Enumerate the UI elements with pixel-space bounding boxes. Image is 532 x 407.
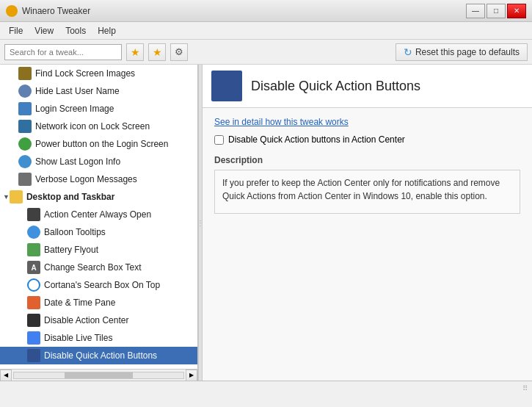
sidebar-item-label: Find Lock Screen Images <box>35 68 135 79</box>
description-text: If you prefer to keep the Action Center … <box>214 170 520 214</box>
sidebar-item-label: Date & Time Pane <box>44 298 115 308</box>
gear-icon: ⚙ <box>175 46 183 57</box>
reset-button[interactable]: ↻ Reset this page to defaults <box>396 43 528 61</box>
sidebar-item-action-center-open[interactable]: Action Center Always Open <box>0 206 197 223</box>
description-heading: Description <box>214 155 520 165</box>
tree-scroll[interactable]: Find Lock Screen ImagesHide Last User Na… <box>0 65 197 369</box>
see-detail-link[interactable]: See in detail how this tweak works <box>214 117 520 127</box>
scroll-left-button[interactable]: ◀ <box>0 370 12 381</box>
item-icon-balloon <box>27 226 40 239</box>
sidebar-item-label: Disable Quick Action Buttons <box>44 350 157 361</box>
sidebar-item-hide-last-user[interactable]: Hide Last User Name <box>0 82 197 100</box>
sidebar-item-label: Power button on the Login Screen <box>35 139 168 149</box>
scroll-track[interactable] <box>13 372 184 379</box>
settings-button[interactable]: ⚙ <box>170 43 188 61</box>
menu-file[interactable]: File <box>3 24 29 37</box>
item-icon-circle-blue <box>27 278 40 292</box>
sidebar-item-label: Balloon Tooltips <box>44 227 106 237</box>
item-icon-lock <box>18 67 32 80</box>
item-icon-power <box>18 137 32 151</box>
disable-quick-action-checkbox[interactable] <box>214 135 224 145</box>
item-icon-message <box>18 173 32 186</box>
sidebar-item-label: Desktop and Taskbar <box>26 192 114 202</box>
sidebar-item-label: Battery Flyout <box>44 245 98 255</box>
item-icon-text-a: A <box>27 261 40 274</box>
sidebar-item-disable-quick-action[interactable]: Disable Quick Action Buttons <box>0 347 197 364</box>
scroll-thumb[interactable] <box>65 372 132 378</box>
checkbox-row: Disable Quick Action buttons in Action C… <box>214 134 520 145</box>
item-icon-folder <box>10 190 23 204</box>
minimize-button[interactable]: — <box>466 4 485 18</box>
sidebar-item-login-screen-image[interactable]: Login Screen Image <box>0 100 197 118</box>
detail-content: See in detail how this tweak works Disab… <box>203 108 532 381</box>
horizontal-scrollbar[interactable]: ◀ ▶ <box>0 369 197 381</box>
app-icon <box>6 5 18 17</box>
menu-tools[interactable]: Tools <box>59 24 92 37</box>
sidebar-item-label: Disable Live Tiles <box>44 333 112 343</box>
item-icon-disable-btn <box>27 349 40 362</box>
sidebar-item-find-lock-screen[interactable]: Find Lock Screen Images <box>0 65 197 82</box>
item-icon-network <box>18 120 32 133</box>
window-controls: — □ ✕ <box>466 4 526 18</box>
sidebar-item-label: Hide Last User Name <box>35 86 120 96</box>
sidebar-item-power-button[interactable]: Power button on the Login Screen <box>0 135 197 153</box>
menu-help[interactable]: Help <box>92 24 122 37</box>
search-input[interactable] <box>4 44 122 60</box>
sidebar-item-network-icon[interactable]: Network icon on Lock Screen <box>0 118 197 135</box>
sidebar-item-label: Disable Action Center <box>44 315 128 325</box>
scroll-right-button[interactable]: ▶ <box>186 370 197 381</box>
sidebar-item-cortana-search[interactable]: Cortana's Search Box On Top <box>0 276 197 294</box>
sidebar: Find Lock Screen ImagesHide Last User Na… <box>0 65 198 381</box>
detail-icon <box>211 71 242 101</box>
sidebar-item-change-search-box[interactable]: AChange Search Box Text <box>0 259 197 276</box>
sidebar-item-label: Action Center Always Open <box>44 209 151 220</box>
sidebar-item-verbose-logon[interactable]: Verbose Logon Messages <box>0 170 197 188</box>
star-outline-icon: ★ <box>153 46 162 58</box>
close-button[interactable]: ✕ <box>507 4 526 18</box>
sidebar-item-battery-flyout[interactable]: Battery Flyout <box>0 241 197 259</box>
item-icon-battery <box>27 243 40 256</box>
detail-panel: Disable Quick Action Buttons See in deta… <box>203 65 532 381</box>
sidebar-item-label: Cortana's Search Box On Top <box>44 280 160 290</box>
star-filled-icon: ★ <box>131 46 140 58</box>
item-icon-tiles <box>27 331 40 345</box>
item-icon-action <box>27 208 40 221</box>
menu-view[interactable]: View <box>29 24 59 37</box>
status-bar: ⠿ <box>0 381 532 395</box>
item-icon-user <box>18 84 32 98</box>
item-icon-action-ctr <box>27 314 40 327</box>
sidebar-item-disable-action-center[interactable]: Disable Action Center <box>0 311 197 329</box>
item-icon-calendar <box>27 296 40 309</box>
maximize-button[interactable]: □ <box>487 4 506 18</box>
reset-icon: ↻ <box>404 46 412 58</box>
item-icon-info <box>18 155 32 168</box>
sidebar-item-desktop-taskbar[interactable]: ▼ Desktop and Taskbar <box>0 188 197 206</box>
sidebar-item-label: Show Last Logon Info <box>35 156 120 167</box>
resize-grip: ⠿ <box>522 384 528 392</box>
detail-title: Disable Quick Action Buttons <box>251 79 420 94</box>
star1-button[interactable]: ★ <box>126 43 144 61</box>
sidebar-item-label: Network icon on Lock Screen <box>35 121 150 132</box>
star2-button[interactable]: ★ <box>148 43 166 61</box>
detail-header: Disable Quick Action Buttons <box>203 65 532 108</box>
sidebar-item-disable-live-tiles[interactable]: Disable Live Tiles <box>0 329 197 347</box>
item-icon-monitor <box>18 102 32 115</box>
sidebar-item-label: Change Search Box Text <box>44 262 142 273</box>
sidebar-item-show-last-logon[interactable]: Show Last Logon Info <box>0 153 197 170</box>
checkbox-label: Disable Quick Action buttons in Action C… <box>228 134 405 145</box>
sidebar-item-balloon-tooltips[interactable]: Balloon Tooltips <box>0 223 197 241</box>
toolbar: ★ ★ ⚙ ↻ Reset this page to defaults <box>0 40 532 65</box>
reset-label: Reset this page to defaults <box>415 47 520 57</box>
window-title: Winaero Tweaker <box>22 6 90 16</box>
title-bar: Winaero Tweaker — □ ✕ <box>0 0 532 22</box>
menu-bar: File View Tools Help <box>0 22 532 40</box>
sidebar-item-date-time-pane[interactable]: Date & Time Pane <box>0 294 197 311</box>
collapse-arrow: ▼ <box>3 193 10 201</box>
sidebar-item-label: Login Screen Image <box>35 104 114 114</box>
sidebar-item-label: Verbose Logon Messages <box>35 174 137 184</box>
